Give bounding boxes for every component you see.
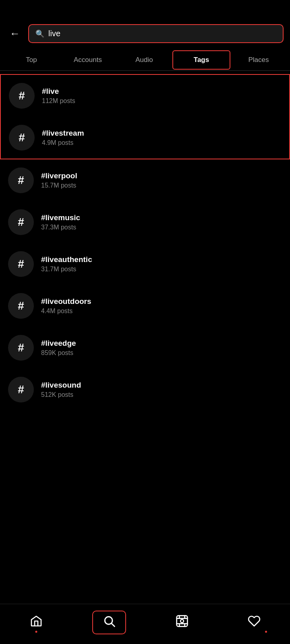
nav-item-search[interactable] [92, 611, 126, 634]
tag-post-count: 112M posts [42, 97, 75, 105]
activity-nav-dot [265, 631, 267, 633]
activity-nav-icon [248, 615, 261, 630]
tab-bar: TopAccountsAudioTagsPlaces [0, 50, 290, 71]
tag-name: #livesound [41, 381, 81, 390]
search-nav-icon [103, 615, 116, 630]
tab-top[interactable]: Top [3, 50, 60, 70]
tag-name: #liveoutdoors [41, 297, 91, 306]
tag-item[interactable]: ##liveoutdoors4.4M posts [0, 285, 290, 327]
hash-icon: # [8, 251, 34, 277]
nav-item-activity[interactable] [238, 611, 270, 634]
hash-icon: # [8, 209, 34, 235]
search-icon: 🔍 [35, 29, 44, 38]
tag-name: #liveauthentic [41, 255, 92, 264]
nav-item-reels[interactable] [166, 611, 198, 634]
tag-info: #liveedge859K posts [41, 339, 76, 357]
tag-post-count: 4.4M posts [41, 308, 91, 315]
tag-item[interactable]: ##liveedge859K posts [0, 327, 290, 369]
tag-item[interactable]: ##livesound512K posts [0, 369, 290, 411]
tag-name: #liverpool [41, 171, 77, 180]
tag-info: #liveoutdoors4.4M posts [41, 297, 91, 315]
tag-info: #liveauthentic31.7M posts [41, 255, 92, 273]
tag-post-count: 512K posts [41, 391, 81, 398]
search-bar[interactable]: 🔍 live [28, 24, 284, 43]
tag-post-count: 859K posts [41, 349, 76, 357]
hash-icon: # [9, 125, 35, 151]
tag-item[interactable]: ##live112M posts [1, 75, 289, 117]
tag-post-count: 4.9M posts [42, 139, 84, 147]
svg-line-1 [112, 623, 114, 626]
tab-places[interactable]: Places [230, 50, 287, 70]
tab-tags[interactable]: Tags [172, 50, 230, 70]
tag-name: #livemusic [41, 213, 80, 222]
tag-info: #livesound512K posts [41, 381, 81, 398]
tag-post-count: 31.7M posts [41, 266, 92, 273]
highlighted-tag-group: ##live112M posts##livestream4.9M posts [0, 74, 290, 159]
tab-accounts[interactable]: Accounts [60, 50, 116, 70]
hash-icon: # [8, 335, 34, 361]
tag-info: #liverpool15.7M posts [41, 171, 77, 189]
svg-rect-2 [176, 616, 187, 627]
nav-item-home[interactable] [20, 611, 52, 634]
svg-point-3 [180, 619, 184, 623]
tag-info: #livemusic37.3M posts [41, 213, 80, 231]
search-input[interactable]: live [48, 29, 276, 38]
tag-info: #live112M posts [42, 87, 75, 105]
tag-item[interactable]: ##liverpool15.7M posts [0, 159, 290, 201]
tag-list: ##live112M posts##livestream4.9M posts##… [0, 74, 290, 411]
home-nav-dot [35, 631, 37, 633]
tag-name: #livestream [42, 129, 84, 138]
tag-info: #livestream4.9M posts [42, 129, 84, 147]
hash-icon: # [8, 293, 34, 319]
bottom-nav [0, 604, 290, 644]
hash-icon: # [8, 377, 34, 402]
reels-nav-icon [176, 615, 188, 630]
tag-item[interactable]: ##livestream4.9M posts [1, 117, 289, 159]
tab-audio[interactable]: Audio [116, 50, 172, 70]
hash-icon: # [9, 83, 35, 109]
tag-name: #live [42, 87, 75, 96]
tag-name: #liveedge [41, 339, 76, 348]
tag-item[interactable]: ##liveauthentic31.7M posts [0, 243, 290, 285]
header: ← 🔍 live [0, 0, 290, 50]
hash-icon: # [8, 167, 34, 193]
back-button[interactable]: ← [6, 26, 23, 41]
home-nav-icon [30, 615, 43, 630]
tag-item[interactable]: ##livemusic37.3M posts [0, 201, 290, 243]
tag-post-count: 37.3M posts [41, 224, 80, 231]
tag-post-count: 15.7M posts [41, 182, 77, 189]
